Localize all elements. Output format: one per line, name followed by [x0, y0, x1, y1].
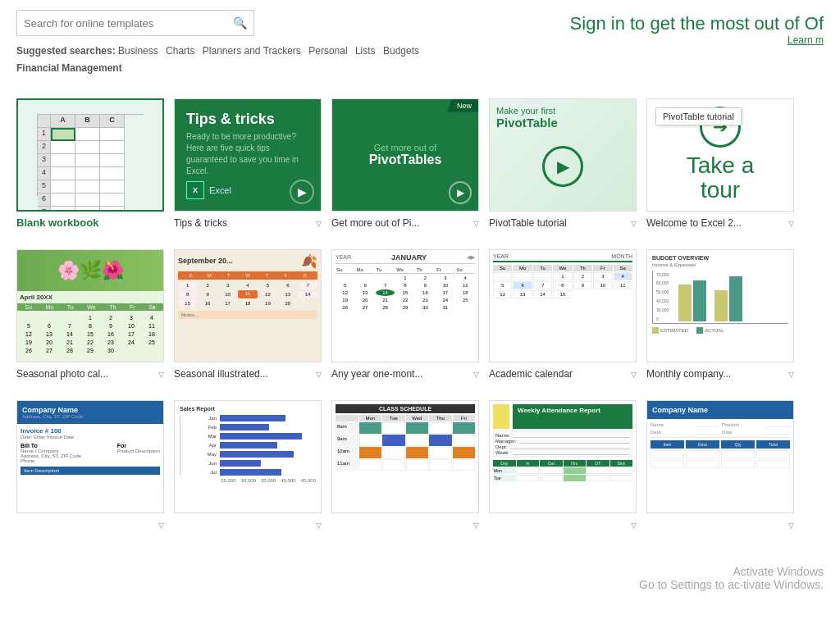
- schedule-cell-teal: [359, 422, 382, 434]
- excel-grid: A B C 1 2: [37, 114, 144, 196]
- bar-chart-title: Sales Report: [180, 406, 316, 412]
- seasonal-illus-icon: 🍂: [301, 253, 317, 269]
- attendance-label: ▿: [489, 518, 637, 531]
- seasonal-illus-thumb: September 20... 🍂 S M T W T F S: [174, 249, 322, 362]
- seasonal-day-grid: S M T W T F S: [181, 273, 314, 278]
- template-attendance[interactable]: Weekly Attendance Report Name: Manager: …: [489, 400, 637, 531]
- learn-more-link[interactable]: Learn m: [570, 34, 824, 46]
- bar-group-1: [678, 280, 706, 321]
- pin-icon[interactable]: ▿: [158, 367, 164, 380]
- tips-excel-label: Excel: [209, 185, 231, 195]
- suggested-label: Suggested searches:: [16, 45, 116, 57]
- company-row-2: Dept Date: [651, 430, 790, 435]
- template-tips-tricks[interactable]: Tips & tricks Ready to be more productiv…: [174, 98, 322, 230]
- suggested-personal[interactable]: Personal: [308, 45, 347, 57]
- bar-estimated-2: [714, 290, 728, 321]
- pivot-text-top: Get more out of: [374, 143, 436, 153]
- suggested-charts[interactable]: Charts: [166, 45, 194, 57]
- tour-thumb: PivotTable tutorial ➔ Take a tour: [646, 98, 794, 212]
- get-more-pivots-label: Get more out of Pi... ▿: [331, 216, 479, 230]
- search-box: 🔍: [16, 10, 254, 36]
- template-academic-calendar[interactable]: YEARMONTH Su Mo Tu We Th Fr Sa 1: [489, 249, 637, 380]
- invoice-table-header: Item Description: [21, 467, 160, 475]
- suggested-business[interactable]: Business: [118, 45, 158, 57]
- templates-row-3: Company Name Address, City, ST, ZIP Code…: [16, 400, 824, 531]
- search-area: 🔍 Suggested searches: Business Charts Pl…: [16, 10, 424, 74]
- company-rows: Name Position Dept Date: [647, 419, 793, 471]
- suggested-budgets[interactable]: Budgets: [383, 45, 419, 57]
- schedule-thumb: CLASS SCHEDULE Mon Tue Wed Thu Fri 8am: [331, 400, 479, 513]
- pin-icon[interactable]: ▿: [316, 518, 322, 531]
- pivot-thumb: New Get more out of PivotTables ▶: [331, 98, 479, 212]
- template-monthly-company[interactable]: BUDGET OVERVIEW Income & Expenses 70,000…: [646, 249, 794, 380]
- tips-subtitle: Ready to be more productive? Here are fi…: [186, 131, 309, 177]
- pin-icon[interactable]: ▿: [473, 367, 479, 380]
- seasonal-illus-content: September 20... 🍂 S M T W T F S: [175, 250, 321, 362]
- template-get-more-pivots[interactable]: New Get more out of PivotTables ▶ Get mo…: [331, 98, 479, 230]
- pin-icon[interactable]: ▿: [788, 518, 794, 531]
- hbar-2: Feb: [184, 424, 316, 430]
- bar-chart-footer: 25,00030,00035,00040,00045,000: [180, 478, 316, 483]
- invoice-header-bar: Company Name Address, City, ST, ZIP Code: [17, 401, 163, 424]
- new-badge: New: [447, 99, 478, 112]
- bar-chart-label: ▿: [174, 518, 322, 531]
- suggested-lists[interactable]: Lists: [355, 45, 376, 57]
- template-blank-workbook[interactable]: A B C 1 2: [16, 98, 164, 230]
- suggested-searches: Suggested searches: Business Charts Plan…: [16, 43, 424, 61]
- template-seasonal-photo-cal[interactable]: 🌸🌿🌺 April 20XX SuMoTuWeThFrSa 1234 56789…: [16, 249, 164, 380]
- chart-legend: ESTIMATED ACTUAL: [652, 327, 788, 334]
- seasonal-month-label: April 20XX: [17, 291, 163, 303]
- template-invoice[interactable]: Company Name Address, City, ST, ZIP Code…: [16, 400, 164, 531]
- legend-actual: ACTUAL: [696, 327, 724, 334]
- blank-workbook-label: Blank workbook: [16, 216, 164, 229]
- bar-estimated-1: [678, 285, 692, 321]
- pin-icon[interactable]: ▿: [788, 367, 794, 380]
- template-any-year[interactable]: YEAR JANUARY ◀▶ Su Mo Tu We Th Fr Sa 123…: [331, 249, 479, 380]
- pin-icon[interactable]: ▿: [788, 216, 794, 230]
- schedule-content: CLASS SCHEDULE Mon Tue Wed Thu Fri 8am: [332, 401, 478, 512]
- invoice-company-name: Company Name: [22, 406, 158, 414]
- search-input[interactable]: [24, 17, 233, 30]
- tour-take: Take a: [687, 154, 755, 177]
- template-welcome-excel[interactable]: PivotTable tutorial ➔ Take a tour Welcom…: [646, 98, 794, 230]
- seasonal-illus-header-area: September 20... 🍂: [178, 253, 317, 269]
- seasonal-photo-label: Seasonal photo cal... ▿: [16, 367, 164, 380]
- legend-dot-actual: [696, 327, 703, 334]
- templates-row-2: 🌸🌿🌺 April 20XX SuMoTuWeThFrSa 1234 56789…: [16, 249, 824, 380]
- budget-chart-thumb: BUDGET OVERVIEW Income & Expenses 70,000…: [646, 249, 794, 362]
- search-icon[interactable]: 🔍: [233, 16, 247, 30]
- tips-tricks-label: Tips & tricks ▿: [174, 216, 322, 230]
- bar-actual-2: [729, 276, 742, 321]
- company-data-grid: Item Desc Qty Total: [651, 440, 790, 468]
- pin-icon[interactable]: ▿: [473, 216, 479, 230]
- schedule-cell-blue: [382, 435, 405, 446]
- seasonal-content: 🌸🌿🌺 April 20XX SuMoTuWeThFrSa 1234 56789…: [17, 250, 163, 362]
- template-company-name[interactable]: Company Name Name Position Dept Date: [646, 400, 794, 531]
- pin-icon[interactable]: ▿: [631, 518, 637, 531]
- financial-management: Financial Management: [16, 62, 424, 74]
- attendance-fields: Name: Manager: Dept: Week:: [493, 430, 632, 458]
- pin-icon[interactable]: ▿: [631, 367, 637, 380]
- hbar-1: Jan: [184, 415, 316, 421]
- schedule-cell-orange: [359, 447, 382, 458]
- hbar-4: Apr: [184, 442, 316, 449]
- pivottable-tutorial-label: PivotTable tutorial ▿: [489, 216, 637, 230]
- template-pivottable-tutorial[interactable]: Make your first PivotTable ▶ PivotTable …: [489, 98, 637, 230]
- academic-line: [493, 261, 632, 262]
- template-bar-chart[interactable]: Sales Report Jan Feb Mar: [174, 400, 322, 531]
- tips-tricks-thumb: Tips & tricks Ready to be more productiv…: [174, 98, 322, 212]
- pin-icon[interactable]: ▿: [158, 518, 164, 531]
- suggested-planners[interactable]: Planners and Trackers: [203, 45, 301, 57]
- financial-link[interactable]: Financial Management: [16, 62, 122, 74]
- schedule-grid-header: Mon Tue Wed Thu Fri: [336, 415, 475, 421]
- pin-icon[interactable]: ▿: [316, 216, 322, 230]
- pin-icon[interactable]: ▿: [473, 518, 479, 531]
- template-class-schedule[interactable]: CLASS SCHEDULE Mon Tue Wed Thu Fri 8am: [331, 400, 479, 531]
- pin-icon[interactable]: ▿: [316, 367, 322, 380]
- bar-actual-1: [693, 280, 706, 321]
- pin-icon[interactable]: ▿: [631, 216, 637, 230]
- pivot-content: New Get more out of PivotTables ▶: [332, 99, 478, 211]
- legend-dot-estimated: [652, 327, 659, 334]
- template-seasonal-illustrated[interactable]: September 20... 🍂 S M T W T F S: [174, 249, 322, 380]
- invoice-thumb: Company Name Address, City, ST, ZIP Code…: [16, 400, 164, 513]
